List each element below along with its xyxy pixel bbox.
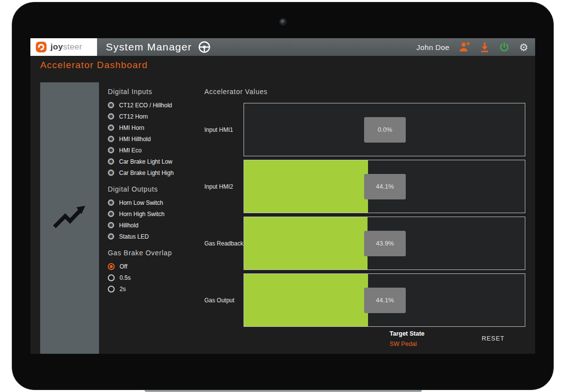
led-indicator-icon <box>108 113 114 120</box>
overlap-option-label: 2s <box>120 286 126 293</box>
digital-input-item: HMI Hillhold <box>108 133 204 145</box>
gauge-row-input-hmi1: Input HMI1 0.0% <box>204 103 525 156</box>
digital-input-label: HMI Eco <box>119 147 142 154</box>
app-title: System Manager <box>106 41 192 53</box>
brand-text-light: steer <box>63 42 82 51</box>
led-indicator-icon <box>108 233 114 240</box>
led-indicator-icon <box>108 211 114 217</box>
gauge-value-badge: 43.9% <box>364 231 406 256</box>
led-indicator-icon <box>108 136 114 142</box>
gauge-track: 44.1% <box>244 160 525 213</box>
digital-input-item: HMI Eco <box>108 145 204 156</box>
user-add-icon[interactable] <box>459 42 470 52</box>
digital-input-item: HMI Horn <box>108 122 204 133</box>
gauge-fill <box>244 274 368 326</box>
gauge-value-badge: 44.1% <box>364 288 406 313</box>
digital-input-label: CT12 ECO / Hillhold <box>119 102 172 109</box>
gear-icon[interactable]: ⚙ <box>519 42 528 52</box>
digital-inputs-title: Digital Inputs <box>108 88 204 96</box>
gas-brake-overlap-title: Gas Brake Overlap <box>108 249 204 257</box>
page-title: Accelerator Dashboard <box>40 60 148 71</box>
tablet-camera <box>279 18 287 25</box>
led-indicator-icon <box>108 158 114 165</box>
digital-output-label: Horn High Switch <box>119 211 165 218</box>
download-icon[interactable] <box>480 42 490 52</box>
brand-text: joysteer <box>50 42 82 52</box>
led-indicator-icon <box>108 199 114 206</box>
digital-input-item: Car Brake Light High <box>108 167 204 178</box>
overlap-option-twoseconds[interactable]: 2s <box>108 283 204 294</box>
digital-input-label: HMI Horn <box>119 124 144 131</box>
trend-up-icon <box>52 204 87 232</box>
power-icon[interactable] <box>499 42 510 52</box>
digital-input-label: HMI Hillhold <box>119 136 151 143</box>
led-indicator-icon <box>108 147 114 153</box>
joysteer-logo-icon <box>35 41 47 53</box>
digital-input-label: Car Brake Light High <box>119 170 173 176</box>
controls-column: Digital Inputs CT12 ECO / Hillhold CT12 … <box>108 85 204 294</box>
digital-outputs-title: Digital Outputs <box>108 186 204 193</box>
digital-output-label: Status LED <box>119 233 149 240</box>
app-bar-right: John Doe <box>417 42 535 52</box>
overlap-option-label: Off <box>120 263 127 270</box>
radio-button-icon[interactable] <box>108 274 115 281</box>
gauge-fill <box>244 217 368 270</box>
digital-output-item: Horn Low Switch <box>108 197 204 208</box>
digital-input-item: Car Brake Light Low <box>108 156 204 167</box>
radio-button-icon[interactable] <box>108 286 115 293</box>
stage: joysteer System Manager John Doe <box>0 0 566 392</box>
user-name[interactable]: John Doe <box>417 43 449 51</box>
digital-output-item: Horn High Switch <box>108 208 204 220</box>
gauge-value-badge: 0.0% <box>364 117 406 143</box>
accelerator-values-title: Accelerator Values <box>204 88 525 96</box>
digital-input-item: CT12 ECO / Hillhold <box>108 99 204 111</box>
led-indicator-icon <box>108 124 114 131</box>
steering-wheel-icon <box>198 41 211 53</box>
digital-output-label: Horn Low Switch <box>119 199 163 206</box>
digital-input-label: Car Brake Light Low <box>119 158 172 165</box>
target-state: Target State SW Pedal <box>390 330 424 347</box>
reset-button[interactable]: RESET <box>482 335 505 342</box>
app-bar: joysteer System Manager John Doe <box>30 38 535 56</box>
sidebar-nav-dashboard[interactable] <box>40 82 99 354</box>
brand-text-bold: joy <box>50 42 63 51</box>
gauge-row-gas-output: Gas Output 44.1% <box>204 273 525 327</box>
gauge-track: 44.1% <box>244 273 525 327</box>
gauge-list: Input HMI1 0.0% Input HMI2 44.1% Gas Rea… <box>204 103 525 327</box>
gauge-label: Input HMI1 <box>204 103 244 156</box>
led-indicator-icon <box>108 222 114 228</box>
gauge-row-gas-readback: Gas Readback 43.9% <box>204 217 525 270</box>
gauge-track: 43.9% <box>244 217 525 270</box>
gauge-row-input-hmi2: Input HMI2 44.1% <box>204 160 525 213</box>
overlap-option-halfsecond[interactable]: 0.5s <box>108 272 204 283</box>
digital-output-label: Hillhold <box>119 222 138 229</box>
gauge-fill <box>244 160 368 213</box>
gauge-label: Gas Output <box>204 273 244 327</box>
digital-input-label: CT12 Horn <box>119 113 148 120</box>
digital-output-item: Status LED <box>108 231 204 242</box>
gauge-label: Input HMI2 <box>204 160 244 213</box>
digital-output-item: Hillhold <box>108 220 204 231</box>
target-state-value: SW Pedal <box>390 341 424 347</box>
radio-button-icon[interactable] <box>108 263 115 270</box>
led-indicator-icon <box>108 170 114 176</box>
led-indicator-icon <box>108 102 114 108</box>
overlap-option-off[interactable]: Off <box>108 261 204 272</box>
digital-input-item: CT12 Horn <box>108 111 204 122</box>
gauge-label: Gas Readback <box>204 217 244 270</box>
brand-area: joysteer <box>30 38 97 56</box>
accelerator-values-panel: Accelerator Values Input HMI1 0.0% Input… <box>204 85 525 330</box>
gauge-track: 0.0% <box>244 103 525 156</box>
gauge-value-badge: 44.1% <box>364 174 406 199</box>
target-state-label: Target State <box>390 330 424 337</box>
overlap-option-label: 0.5s <box>120 274 131 281</box>
screen: joysteer System Manager John Doe <box>30 38 535 354</box>
